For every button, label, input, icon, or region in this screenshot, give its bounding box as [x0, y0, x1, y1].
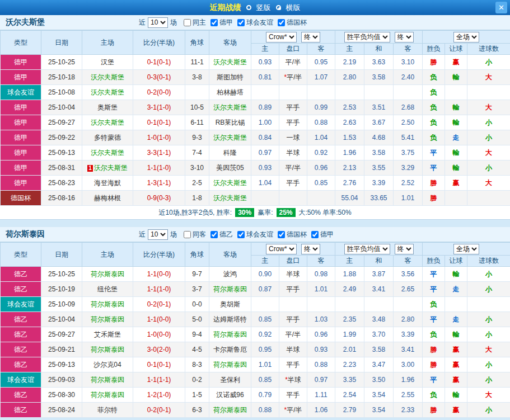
eu-home-odds-cell: 2.01 — [335, 342, 364, 357]
goals-result-cell: 大 — [467, 100, 510, 115]
asia-handicap-cell: *半球 — [279, 372, 307, 388]
result-cell: 负 — [423, 70, 445, 85]
eu-draw-odds-cell: 3.58 — [364, 70, 394, 85]
asia-handicap-cell: 半球 — [279, 267, 307, 282]
wdl-average-select[interactable]: 胜平负均值 — [344, 244, 390, 254]
filter-item[interactable]: 同主 — [184, 18, 206, 27]
asia-home-odds-cell: 0.84 — [251, 130, 279, 145]
filter-item[interactable]: 同客 — [184, 230, 206, 239]
filter-item[interactable]: 德甲 — [210, 18, 233, 27]
goals-result-cell: 小 — [467, 115, 510, 130]
col-asia-home: 主 — [251, 256, 279, 267]
col-corner: 角球 — [185, 31, 209, 55]
score-cell: 1-2(1-0) — [133, 388, 185, 403]
handicap-result-cell: 赢 — [445, 357, 467, 372]
changed-handicap-star: * — [284, 73, 287, 81]
asia-home-odds-cell: 1.00 — [251, 115, 279, 130]
date-cell: 25-10-04 — [41, 312, 82, 327]
red-card-badge: 1 — [87, 165, 93, 172]
home-team-name: 沃尔夫斯堡 — [91, 73, 124, 81]
col-eu-draw: 和 — [364, 44, 394, 55]
filter-item[interactable]: 球会友谊 — [237, 18, 273, 27]
away-team-cell: 沃尔夫斯堡 — [209, 130, 251, 145]
eu-draw-odds-cell: 3.55 — [364, 161, 394, 176]
away-team-cell: 卡尔斯鲁厄 — [209, 342, 251, 357]
eu-draw-odds-cell: 4.68 — [364, 130, 394, 145]
filter-item[interactable]: 德甲 — [311, 230, 334, 239]
league-cell: 德乙 — [1, 312, 41, 327]
odds-company-select[interactable]: Crow* — [266, 244, 297, 254]
asia-away-odds-cell: 0.93 — [307, 342, 335, 357]
europe-final-select[interactable]: 终 — [395, 244, 414, 254]
asia-home-odds-cell: 0.85 — [251, 312, 279, 327]
filter-checkbox[interactable] — [184, 231, 191, 238]
asia-away-odds-cell: 1.03 — [307, 312, 335, 327]
odds-company-select[interactable]: Crow* — [266, 32, 297, 43]
away-team-name: 科隆 — [223, 149, 237, 157]
home-team-name: 纽伦堡 — [97, 285, 118, 293]
away-team-name: 荷尔斯泰因 — [213, 285, 247, 293]
league-cell: 德乙 — [1, 327, 41, 342]
league-cell: 球会友谊 — [1, 297, 41, 312]
win-rate-badge: 30% — [235, 208, 254, 217]
eu-away-odds-cell: 2.52 — [394, 176, 423, 191]
scope-header: 全场 — [423, 243, 510, 256]
match-count-select[interactable]: 10 — [148, 17, 168, 28]
filter-checkbox[interactable] — [311, 231, 319, 238]
asia-away-odds-cell: 0.96 — [307, 161, 335, 176]
filter-item[interactable]: 德国杯 — [278, 18, 307, 27]
europe-final-select[interactable]: 终 — [395, 32, 414, 43]
close-icon[interactable]: ✕ — [495, 2, 507, 13]
home-team-cell: 沙尔克04 — [82, 357, 133, 372]
match-count-select[interactable]: 10 — [148, 229, 168, 240]
match-row: 德乙25-10-25荷尔斯泰因1-1(0-0)9-7波鸿0.90半球0.981.… — [1, 267, 510, 282]
filter-item[interactable]: 球会友谊 — [237, 230, 273, 239]
home-team-cell: 奥斯堡 — [82, 100, 133, 115]
asia-away-odds-cell: 0.88 — [307, 357, 335, 372]
filter-item[interactable]: 德国杯 — [278, 230, 307, 239]
filter-checkbox[interactable] — [237, 231, 245, 238]
wdl-average-select[interactable]: 胜平负均值 — [344, 32, 390, 43]
asia-handicap-cell: 平手 — [279, 282, 307, 297]
filter-item[interactable]: 德乙 — [210, 230, 233, 239]
filter-checkbox[interactable] — [237, 19, 245, 26]
matches-tbody: 德乙25-10-25荷尔斯泰因1-1(0-0)9-7波鸿0.90半球0.981.… — [1, 267, 510, 418]
asia-away-odds-cell: 0.99 — [307, 100, 335, 115]
away-team-name: 美因茨05 — [216, 164, 244, 172]
date-cell: 25-08-23 — [41, 176, 82, 191]
score-cell: 3-0(2-0) — [133, 342, 185, 357]
asia-handicap-cell: 平手 — [279, 388, 307, 403]
away-team-cell: 波鸿 — [209, 267, 251, 282]
asia-handicap-cell: 平/半 — [279, 55, 307, 70]
horizontal-layout-radio[interactable] — [276, 5, 281, 10]
away-team-name: 卡尔斯鲁厄 — [213, 346, 247, 353]
col-eu-away: 客 — [394, 256, 423, 267]
eu-draw-odds-cell: 3.67 — [364, 115, 394, 130]
vertical-layout-radio[interactable] — [246, 5, 251, 10]
corner-cell: 3-7 — [185, 282, 209, 297]
filter-checkbox[interactable] — [278, 231, 285, 238]
scope-select[interactable]: 全场 — [453, 32, 479, 43]
filter-checkbox[interactable] — [184, 19, 191, 26]
filter-label: 球会友谊 — [246, 230, 273, 239]
asia-handicap-cell: 半球 — [279, 145, 307, 161]
asia-final-select[interactable]: 终 — [301, 32, 320, 43]
asia-handicap-cell: 一球 — [279, 130, 307, 145]
filter-checkbox[interactable] — [210, 231, 218, 238]
filter-checkbox[interactable] — [210, 19, 218, 26]
league-cell: 德乙 — [1, 357, 41, 372]
asia-away-odds-cell: 0.92 — [307, 145, 335, 161]
handicap-result-cell: 走 — [445, 282, 467, 297]
date-cell: 25-09-03 — [41, 372, 82, 388]
filter-checkbox[interactable] — [278, 19, 285, 26]
result-cell: 负 — [423, 115, 445, 130]
asia-final-select[interactable]: 终 — [301, 244, 320, 254]
league-cell: 德乙 — [1, 388, 41, 403]
scope-select[interactable]: 全场 — [453, 244, 479, 254]
col-date: 日期 — [41, 31, 82, 55]
goals-result-cell: 小 — [467, 55, 510, 70]
result-cell: 负 — [423, 388, 445, 403]
goals-result-cell: 小 — [467, 372, 510, 388]
league-cell: 德甲 — [1, 176, 41, 191]
goals-result-cell: 大 — [467, 145, 510, 161]
